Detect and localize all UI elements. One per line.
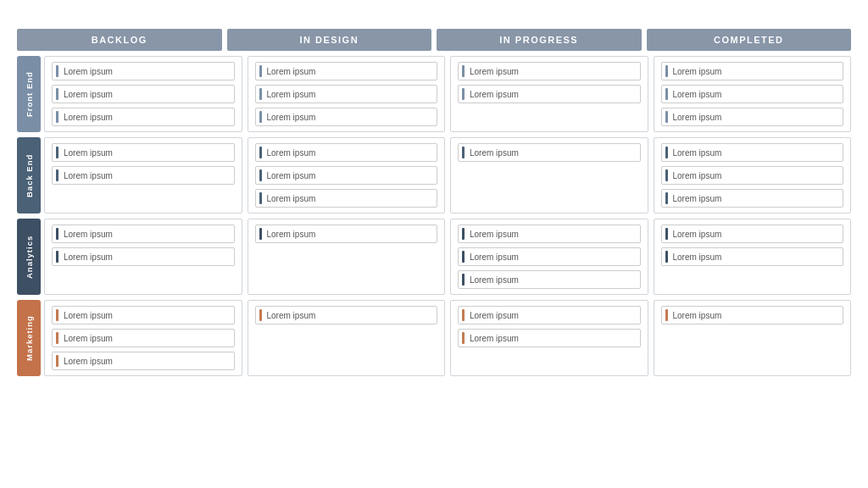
item-text: Lorem ipsum bbox=[64, 311, 229, 320]
item-row: Lorem ipsum bbox=[52, 329, 235, 347]
col-header-in-design: IN DESIGN bbox=[227, 29, 432, 51]
item-row: Lorem ipsum bbox=[52, 225, 235, 243]
item-text: Lorem ipsum bbox=[267, 148, 432, 158]
item-bar bbox=[665, 147, 668, 158]
item-row: Lorem ipsum bbox=[255, 85, 438, 103]
section-cols-0: Lorem ipsumLorem ipsumLorem ipsumLorem i… bbox=[44, 56, 851, 132]
item-row: Lorem ipsum bbox=[458, 143, 641, 162]
item-bar bbox=[56, 65, 58, 77]
cell-s2-c3: Lorem ipsumLorem ipsum bbox=[654, 219, 852, 295]
item-row: Lorem ipsum bbox=[458, 62, 641, 80]
item-row: Lorem ipsum bbox=[458, 306, 641, 324]
item-row: Lorem ipsum bbox=[52, 143, 235, 162]
item-row: Lorem ipsum bbox=[661, 306, 844, 324]
cell-s3-c2: Lorem ipsumLorem ipsum bbox=[450, 300, 648, 376]
item-row: Lorem ipsum bbox=[661, 62, 844, 80]
roadmap-table: BACKLOGIN DESIGNIN PROGRESSCOMPLETED Fro… bbox=[17, 29, 851, 376]
cell-s1-c1: Lorem ipsumLorem ipsumLorem ipsum bbox=[248, 137, 446, 214]
item-bar bbox=[259, 169, 262, 181]
item-bar bbox=[665, 192, 668, 204]
item-bar bbox=[462, 228, 465, 240]
cell-s1-c0: Lorem ipsumLorem ipsum bbox=[44, 137, 242, 214]
item-text: Lorem ipsum bbox=[267, 311, 432, 320]
cell-s1-c2: Lorem ipsum bbox=[450, 137, 648, 214]
item-bar bbox=[259, 228, 262, 240]
item-row: Lorem ipsum bbox=[661, 108, 844, 126]
item-text: Lorem ipsum bbox=[64, 357, 229, 366]
item-bar bbox=[462, 274, 465, 286]
section-cols-3: Lorem ipsumLorem ipsumLorem ipsumLorem i… bbox=[44, 300, 851, 376]
item-bar bbox=[462, 309, 465, 321]
item-text: Lorem ipsum bbox=[267, 90, 432, 99]
item-bar bbox=[665, 65, 668, 77]
item-text: Lorem ipsum bbox=[64, 252, 229, 262]
item-row: Lorem ipsum bbox=[661, 166, 844, 185]
item-text: Lorem ipsum bbox=[470, 67, 635, 76]
col-header-in-progress: IN PROGRESS bbox=[437, 29, 642, 51]
item-text: Lorem ipsum bbox=[673, 230, 838, 239]
item-text: Lorem ipsum bbox=[673, 252, 838, 262]
data-rows: Front EndLorem ipsumLorem ipsumLorem ips… bbox=[17, 56, 851, 376]
item-row: Lorem ipsum bbox=[458, 329, 641, 347]
cell-s0-c2: Lorem ipsumLorem ipsum bbox=[450, 56, 648, 132]
item-text: Lorem ipsum bbox=[64, 113, 229, 122]
item-bar bbox=[462, 147, 465, 158]
item-text: Lorem ipsum bbox=[64, 230, 229, 239]
cell-s2-c2: Lorem ipsumLorem ipsumLorem ipsum bbox=[450, 219, 648, 295]
item-text: Lorem ipsum bbox=[673, 67, 838, 76]
item-row: Lorem ipsum bbox=[255, 166, 438, 185]
item-bar bbox=[665, 309, 668, 321]
item-row: Lorem ipsum bbox=[255, 62, 438, 80]
item-row: Lorem ipsum bbox=[458, 247, 641, 266]
item-bar bbox=[259, 192, 262, 204]
item-bar bbox=[665, 111, 668, 123]
main-grid: BACKLOGIN DESIGNIN PROGRESSCOMPLETED Fro… bbox=[17, 29, 851, 376]
item-text: Lorem ipsum bbox=[470, 230, 635, 239]
item-bar bbox=[665, 169, 668, 181]
item-text: Lorem ipsum bbox=[64, 334, 229, 343]
item-text: Lorem ipsum bbox=[673, 148, 838, 158]
item-text: Lorem ipsum bbox=[267, 194, 432, 203]
item-text: Lorem ipsum bbox=[673, 171, 838, 180]
item-text: Lorem ipsum bbox=[64, 171, 229, 180]
item-bar bbox=[665, 251, 668, 263]
cell-s0-c0: Lorem ipsumLorem ipsumLorem ipsum bbox=[44, 56, 242, 132]
item-row: Lorem ipsum bbox=[52, 108, 235, 126]
item-bar bbox=[56, 355, 58, 367]
item-bar bbox=[259, 147, 262, 158]
section-label-marketing: Marketing bbox=[17, 300, 41, 376]
item-row: Lorem ipsum bbox=[52, 306, 235, 324]
item-row: Lorem ipsum bbox=[52, 85, 235, 103]
item-row: Lorem ipsum bbox=[458, 85, 641, 103]
item-bar bbox=[259, 111, 262, 123]
item-bar bbox=[56, 228, 58, 240]
item-text: Lorem ipsum bbox=[673, 311, 838, 320]
item-bar bbox=[259, 88, 262, 100]
col-header-backlog: BACKLOG bbox=[17, 29, 222, 51]
item-row: Lorem ipsum bbox=[458, 225, 641, 243]
item-bar bbox=[462, 88, 465, 100]
item-text: Lorem ipsum bbox=[64, 148, 229, 158]
item-text: Lorem ipsum bbox=[470, 90, 635, 99]
section-row-marketing: MarketingLorem ipsumLorem ipsumLorem ips… bbox=[17, 300, 851, 376]
section-row-back-end: Back EndLorem ipsumLorem ipsumLorem ipsu… bbox=[17, 137, 851, 214]
cell-s0-c3: Lorem ipsumLorem ipsumLorem ipsum bbox=[654, 56, 852, 132]
item-row: Lorem ipsum bbox=[255, 108, 438, 126]
item-bar bbox=[56, 332, 58, 344]
item-bar bbox=[665, 228, 668, 240]
item-row: Lorem ipsum bbox=[255, 143, 438, 162]
item-bar bbox=[56, 88, 58, 100]
item-row: Lorem ipsum bbox=[661, 143, 844, 162]
item-row: Lorem ipsum bbox=[661, 225, 844, 243]
item-text: Lorem ipsum bbox=[470, 252, 635, 262]
item-row: Lorem ipsum bbox=[255, 189, 438, 208]
section-cols-1: Lorem ipsumLorem ipsumLorem ipsumLorem i… bbox=[44, 137, 851, 214]
item-text: Lorem ipsum bbox=[470, 275, 635, 285]
item-text: Lorem ipsum bbox=[267, 67, 432, 76]
item-text: Lorem ipsum bbox=[673, 194, 838, 203]
item-text: Lorem ipsum bbox=[64, 90, 229, 99]
cell-s3-c1: Lorem ipsum bbox=[248, 300, 446, 376]
item-row: Lorem ipsum bbox=[52, 166, 235, 185]
item-row: Lorem ipsum bbox=[52, 247, 235, 266]
item-bar bbox=[56, 251, 58, 263]
